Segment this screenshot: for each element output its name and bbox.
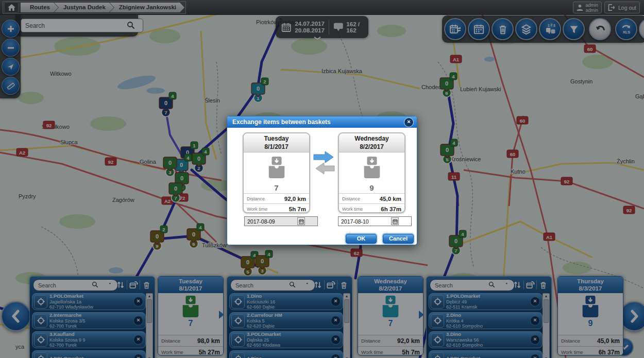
distance-label: Distance — [342, 196, 360, 201]
exchange-arrows-icon — [313, 150, 335, 175]
worktime-label: Work time — [342, 207, 363, 212]
distance-value: 45,0 km — [380, 196, 401, 202]
left-date-input[interactable] — [244, 216, 318, 226]
exchange-baskets-dialog: Exchange items between baskets × Tuesday… — [227, 116, 417, 245]
worktime-label: Work time — [247, 207, 267, 212]
close-button[interactable]: × — [404, 117, 414, 127]
right-date-picker-button[interactable] — [391, 217, 399, 225]
basket-icon — [244, 152, 309, 183]
basket-date: 8/1/2017 — [244, 143, 309, 151]
distance-value: 92,0 km — [284, 196, 306, 202]
basket-day: Wednesday — [339, 134, 404, 143]
distance-label: Distance — [247, 196, 265, 201]
basket-day: Tuesday — [244, 134, 309, 143]
dialog-header[interactable]: Exchange items between baskets — [227, 116, 417, 128]
basket-card-right[interactable]: Wednesday8/2/2017 9 Distance45,0 km Work… — [338, 132, 405, 213]
basket-count: 9 — [339, 183, 404, 193]
basket-count: 7 — [244, 183, 309, 193]
cancel-button[interactable]: Cancel — [383, 234, 414, 244]
basket-icon — [339, 152, 404, 183]
basket-date: 8/2/2017 — [339, 143, 404, 151]
dialog-title: Exchange items between baskets — [232, 118, 331, 126]
worktime-value: 5h 7m — [289, 206, 306, 212]
right-date-input[interactable] — [338, 216, 412, 226]
basket-card-left[interactable]: Tuesday8/1/2017 7 Distance92,0 km Work t… — [243, 132, 310, 213]
ok-button[interactable]: OK — [346, 234, 377, 244]
worktime-value: 6h 37m — [381, 206, 401, 212]
left-date-picker-button[interactable] — [297, 217, 305, 225]
app-window: Piotrków KujawskiWitkowoIzbica KujawskaC… — [0, 0, 644, 358]
